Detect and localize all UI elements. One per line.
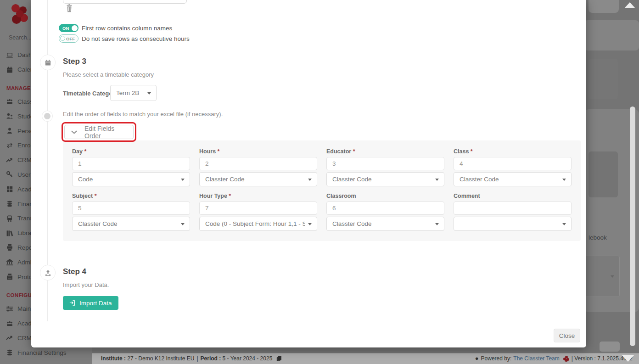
institute-value: 27 - Demo K12 Institute EU (127, 355, 194, 362)
step4-subtitle: Import your Data. (63, 281, 109, 288)
fields-mapping-panel: Day *CodeHours *Classter CodeEducator *C… (63, 140, 581, 241)
field-mapping-select[interactable] (454, 217, 572, 231)
footer-version-info: ● Powered by: The Classter Team | Versio… (475, 355, 633, 362)
step3-calendar-icon (40, 55, 56, 70)
step3-subtitle: Please select a timetable category (63, 71, 154, 78)
shuffle-icon (6, 334, 13, 342)
sliders-icon (6, 305, 13, 313)
toggle-knob (72, 25, 78, 31)
toggle-off[interactable]: OFF (59, 34, 78, 43)
field-mapping-select[interactable]: Classter Code (326, 172, 444, 186)
shuffle-icon (6, 157, 13, 164)
step4-title: Step 4 (63, 267, 86, 276)
field-mapping-select[interactable]: Classter Code (72, 217, 190, 231)
field-mapping-value: Classter Code (332, 220, 372, 227)
edit-fields-highlight-box: Edit Fields Order (62, 122, 136, 142)
field-cell-day: Day *Code (72, 148, 190, 186)
field-mapping-select[interactable]: Classter Code (199, 172, 317, 186)
bg-text-fragment: lebook (589, 234, 607, 241)
library-icon (6, 230, 13, 237)
users-icon (6, 320, 13, 327)
calendar-icon (6, 66, 13, 73)
classter-logo (6, 2, 29, 26)
sidebar-item-financial-settings[interactable]: Financial Settings (0, 345, 92, 360)
person-icon (6, 127, 13, 134)
field-mapping-select[interactable]: Code (0 - Subject Form: Hour 1,1 - Subj.… (199, 217, 317, 231)
sidebar-item-label: CRM (17, 157, 32, 163)
field-label: Comment (454, 193, 572, 199)
import-data-button[interactable]: Import Data (63, 296, 118, 310)
toggle-row-consecutive: OFF Do not save rows as consecutive hour… (59, 34, 190, 43)
key-icon (6, 171, 13, 178)
fields-grid: Day *CodeHours *Classter CodeEducator *C… (72, 148, 572, 231)
field-mapping-value: Classter Code (78, 220, 118, 227)
required-asterisk: * (229, 193, 231, 199)
institute-label: Institute : (101, 355, 126, 362)
footer-institute-info: Institute : 27 - Demo K12 Institute EU |… (101, 355, 282, 362)
field-label: Classroom (326, 193, 444, 199)
footer-separator: | (196, 355, 198, 362)
field-mapping-value: Code (78, 176, 93, 183)
copy-icon[interactable] (276, 356, 282, 362)
required-asterisk: * (471, 148, 473, 155)
globe-icon: ● (475, 356, 479, 361)
field-order-input[interactable] (72, 202, 190, 215)
toggle-row-first-row: ON First row contains column names (59, 24, 172, 32)
field-order-input[interactable] (454, 157, 572, 170)
field-mapping-select[interactable]: Code (72, 172, 190, 186)
timetable-category-value: Term 2B (116, 90, 139, 96)
bg-panel (600, 342, 620, 352)
trash-icon[interactable] (65, 4, 73, 12)
field-order-input[interactable] (326, 157, 444, 170)
classter-paw-icon (563, 356, 569, 362)
required-asterisk: * (84, 148, 86, 155)
scroll-down-arrow-icon[interactable] (622, 355, 634, 362)
field-cell-subject: Subject *Classter Code (72, 193, 190, 231)
toggle-label: Do not save rows as consecutive hours (82, 35, 190, 42)
field-cell-comment: Comment (454, 193, 572, 231)
toggle-state-label: OFF (66, 36, 75, 41)
field-cell-hour-type: Hour Type *Code (0 - Subject Form: Hour … (199, 193, 317, 231)
bg-panel (589, 0, 619, 13)
field-cell-classroom: ClassroomClasster Code (326, 193, 444, 231)
field-order-input[interactable] (199, 157, 317, 170)
field-mapping-value: Classter Code (460, 176, 499, 183)
edit-fields-order-button[interactable]: Edit Fields Order (64, 125, 134, 139)
field-label: Hours * (199, 148, 317, 155)
powered-by-label: Powered by: (481, 355, 512, 362)
field-order-input[interactable] (454, 202, 572, 215)
field-order-input[interactable] (199, 202, 317, 215)
bg-panel (589, 151, 618, 197)
users-icon (6, 98, 13, 105)
required-asterisk: * (353, 148, 355, 155)
field-order-input[interactable] (326, 202, 444, 215)
app-screen: { "app": { "search_placeholder": "Search… (0, 0, 639, 364)
chevron-down-icon (71, 130, 77, 134)
field-cell-hours: Hours *Classter Code (199, 148, 317, 186)
toggle-on[interactable]: ON (59, 24, 78, 32)
coins-icon (6, 349, 13, 356)
step4-upload-icon (40, 265, 56, 280)
field-mapping-select[interactable]: Classter Code (326, 217, 444, 231)
field-label: Hour Type * (199, 193, 317, 199)
field-label: Class * (454, 148, 572, 155)
required-asterisk: * (95, 193, 97, 199)
field-mapping-value: Classter Code (205, 176, 245, 183)
classter-team-link[interactable]: The Classter Team (513, 355, 559, 362)
timetable-category-select[interactable]: Term 2B (110, 85, 157, 101)
laptop-icon (6, 51, 13, 59)
period-label: Period : (201, 355, 221, 362)
upload-file-input-partial[interactable] (63, 0, 187, 4)
scroll-up-arrow-icon[interactable] (624, 2, 635, 8)
edit-fields-hint: Edit the order of fields to match your e… (63, 111, 223, 118)
field-cell-educator: Educator *Classter Code (326, 148, 444, 186)
bank-icon (6, 258, 13, 266)
close-button[interactable]: Close (554, 329, 580, 342)
scrollbar-thumb[interactable] (630, 106, 635, 346)
step-edit-dot-icon (42, 111, 52, 121)
field-order-input[interactable] (72, 157, 190, 170)
bg-panel (589, 59, 618, 99)
sidebar-item-partial[interactable] (0, 360, 92, 364)
field-mapping-select[interactable]: Classter Code (454, 172, 572, 186)
grid-icon (6, 185, 13, 193)
